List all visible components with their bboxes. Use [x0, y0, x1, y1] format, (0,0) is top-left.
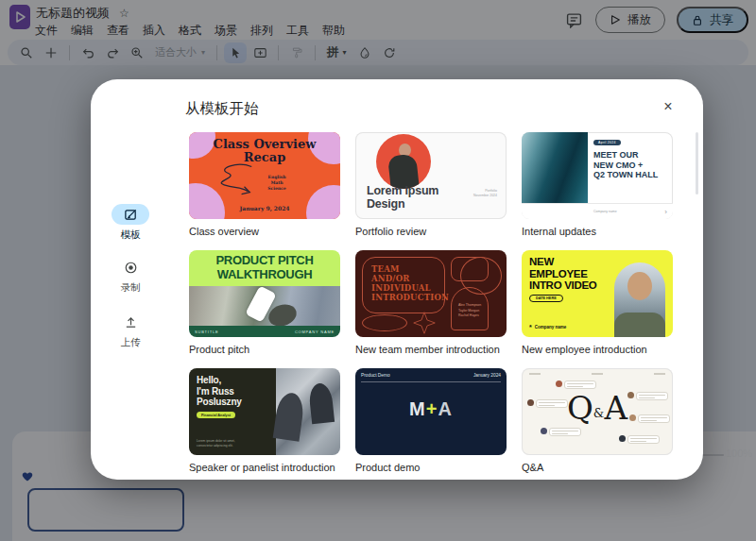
close-icon[interactable]: × — [658, 96, 679, 117]
template-label: New team member introduction — [355, 344, 507, 355]
employee-photo — [614, 262, 665, 337]
template-card-product-demo[interactable]: Product Demo January 2024 M+A Product de… — [355, 368, 507, 473]
asterisk-icon: * — [529, 324, 532, 330]
portrait-photo — [376, 134, 431, 189]
chevron-right-icon: › — [664, 208, 667, 216]
building-photo — [522, 132, 588, 203]
template-label: Product demo — [355, 462, 507, 473]
template-card-class-overview[interactable]: Class OverviewRecap English Math Science… — [189, 132, 340, 237]
template-label: New employee introduction — [522, 344, 673, 355]
sidebar-item-templates[interactable]: 模板 — [108, 204, 153, 242]
template-label: Class overview — [189, 226, 340, 237]
template-card-portfolio-review[interactable]: Lorem IpsumDesign PortfolioNovember 2024… — [355, 132, 507, 237]
template-picker-dialog: 从模板开始 × 模板 录制 上传 Class OverviewRecap — [91, 79, 703, 480]
template-label: Portfolio review — [355, 226, 507, 237]
template-label: Product pitch — [189, 344, 340, 355]
sidebar-item-upload[interactable]: 上传 — [108, 312, 153, 349]
template-card-new-employee[interactable]: NEW EMPLOYEE INTRO VIDEO DATE HERE * Com… — [522, 250, 673, 355]
dialog-title: 从模板开始 — [185, 99, 259, 119]
template-label: Speaker or panelist introduction — [189, 462, 340, 473]
scrollbar-thumb[interactable] — [696, 132, 698, 194]
templates-icon — [124, 208, 138, 222]
template-label: Q&A — [522, 462, 673, 473]
template-card-product-pitch[interactable]: PRODUCT PITCHWALKTHROUGH SUBTITLE COMPAN… — [189, 250, 340, 355]
template-card-team-introduction[interactable]: TEAM AND/OR INDIVIDUAL INTRODUCTION Alex… — [355, 250, 507, 355]
upload-icon — [124, 315, 138, 330]
handshake-photo — [276, 368, 340, 455]
record-icon — [124, 261, 138, 275]
template-grid: Class OverviewRecap English Math Science… — [189, 132, 673, 473]
template-card-qa[interactable]: Q&A Q&A — [522, 368, 673, 473]
template-card-internal-updates[interactable]: April 2024 MEET OUR NEW CMO + Q2 TOWN HA… — [522, 132, 673, 237]
template-label: Internal updates — [522, 226, 673, 237]
star-shape-icon — [412, 311, 437, 335]
sidebar-item-record[interactable]: 录制 — [108, 257, 153, 295]
template-card-speaker-introduction[interactable]: Hello, I'm Russ Posluszny Financial Anal… — [189, 368, 340, 473]
